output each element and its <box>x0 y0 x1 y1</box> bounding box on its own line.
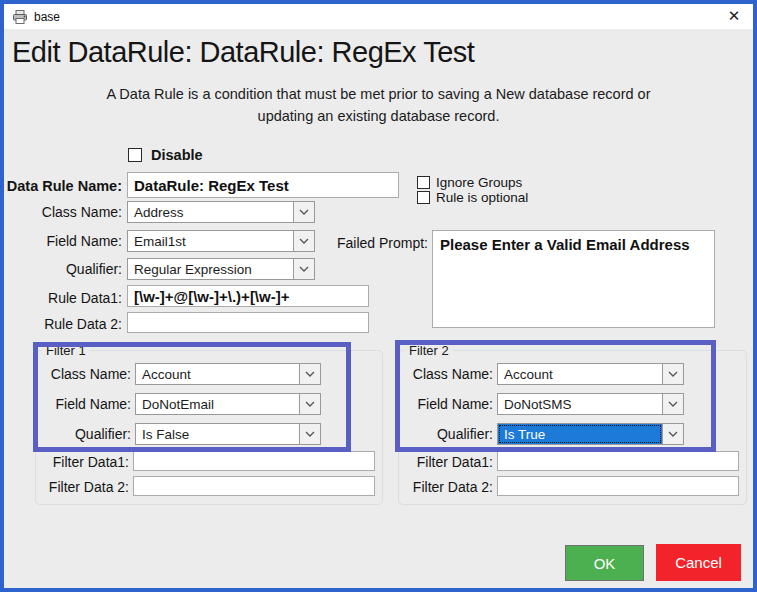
failed-prompt-label: Failed Prompt: <box>334 235 428 251</box>
filter1-class-name-label: Class Name: <box>44 366 131 382</box>
failed-prompt-textarea[interactable]: Please Enter a Valid Email Address <box>432 230 715 328</box>
window-title: base <box>34 10 60 24</box>
rule-data1-label: Rule Data1: <box>6 290 122 306</box>
ignore-groups-label: Ignore Groups <box>436 175 522 190</box>
class-name-dropdown[interactable]: Address <box>127 201 315 223</box>
filter2-qualifier-dropdown[interactable]: Is True <box>497 423 684 445</box>
field-name-dropdown[interactable]: Email1st <box>127 230 315 252</box>
page-title: Edit DataRule: DataRule: RegEx Test <box>12 36 474 69</box>
disable-label: Disable <box>151 147 203 163</box>
field-name-value: Email1st <box>128 231 293 251</box>
ignore-groups-checkbox[interactable] <box>417 176 430 189</box>
chevron-down-icon <box>299 423 321 445</box>
filter2-data2-input[interactable] <box>497 476 739 496</box>
disable-checkbox[interactable] <box>128 148 142 162</box>
class-name-value: Address <box>128 202 293 222</box>
rule-data2-label: Rule Data 2: <box>6 316 122 332</box>
chevron-down-icon <box>662 393 684 415</box>
data-rule-name-input[interactable] <box>127 172 399 198</box>
filter1-qualifier-dropdown[interactable]: Is False <box>135 423 321 445</box>
filter2-data1-label: Filter Data1: <box>386 454 493 470</box>
filter1-qualifier-label: Qualifier: <box>44 426 131 442</box>
qualifier-value: Regular Expression <box>128 259 293 279</box>
filter2-class-name-dropdown[interactable]: Account <box>497 363 684 385</box>
filter1-data1-input[interactable] <box>133 451 375 471</box>
rule-data1-input[interactable] <box>127 285 369 307</box>
chevron-down-icon <box>299 393 321 415</box>
chevron-down-icon <box>293 258 315 280</box>
filter2-field-name-label: Field Name: <box>406 396 493 412</box>
qualifier-label: Qualifier: <box>6 261 122 277</box>
filter2-field-name-value: DoNotSMS <box>498 394 662 414</box>
filter1-field-name-dropdown[interactable]: DoNotEmail <box>135 393 321 415</box>
filter1-data2-input[interactable] <box>133 476 375 496</box>
printer-icon <box>12 10 28 24</box>
filter2-qualifier-label: Qualifier: <box>406 426 493 442</box>
filter1-qualifier-value: Is False <box>136 424 299 444</box>
close-button[interactable]: ✕ <box>723 6 745 26</box>
chevron-down-icon <box>662 363 684 385</box>
filter1-class-name-dropdown[interactable]: Account <box>135 363 321 385</box>
dialog-description: A Data Rule is a condition that must be … <box>4 83 753 127</box>
filter1-title: Filter 1 <box>42 343 90 358</box>
chevron-down-icon <box>293 201 315 223</box>
filter2-class-name-label: Class Name: <box>406 366 493 382</box>
ok-button[interactable]: OK <box>565 545 644 581</box>
rule-data2-input[interactable] <box>127 312 369 333</box>
rule-is-optional-checkbox[interactable] <box>417 191 430 204</box>
dialog-window: base ✕ Edit DataRule: DataRule: RegEx Te… <box>0 0 757 592</box>
filter2-title: Filter 2 <box>405 343 453 358</box>
chevron-down-icon <box>293 230 315 252</box>
cancel-button[interactable]: Cancel <box>656 544 741 581</box>
filter2-data2-label: Filter Data 2: <box>386 479 493 495</box>
filter2-field-name-dropdown[interactable]: DoNotSMS <box>497 393 684 415</box>
filter2-qualifier-value: Is True <box>498 424 662 444</box>
data-rule-name-label: Data Rule Name: <box>6 178 122 194</box>
title-bar: base ✕ <box>4 4 753 29</box>
filter2-data1-input[interactable] <box>497 451 739 471</box>
field-name-label: Field Name: <box>6 233 122 249</box>
filter1-data1-label: Filter Data1: <box>24 454 129 470</box>
filter1-field-name-value: DoNotEmail <box>136 394 299 414</box>
qualifier-dropdown[interactable]: Regular Expression <box>127 258 315 280</box>
chevron-down-icon <box>662 423 684 445</box>
rule-is-optional-label: Rule is optional <box>436 190 528 205</box>
class-name-label: Class Name: <box>6 204 122 220</box>
description-line-1: A Data Rule is a condition that must be … <box>4 83 753 105</box>
filter2-class-name-value: Account <box>498 364 662 384</box>
description-line-2: updating an existing database record. <box>4 105 753 127</box>
filter1-data2-label: Filter Data 2: <box>24 479 129 495</box>
filter1-class-name-value: Account <box>136 364 299 384</box>
chevron-down-icon <box>299 363 321 385</box>
filter1-field-name-label: Field Name: <box>44 396 131 412</box>
